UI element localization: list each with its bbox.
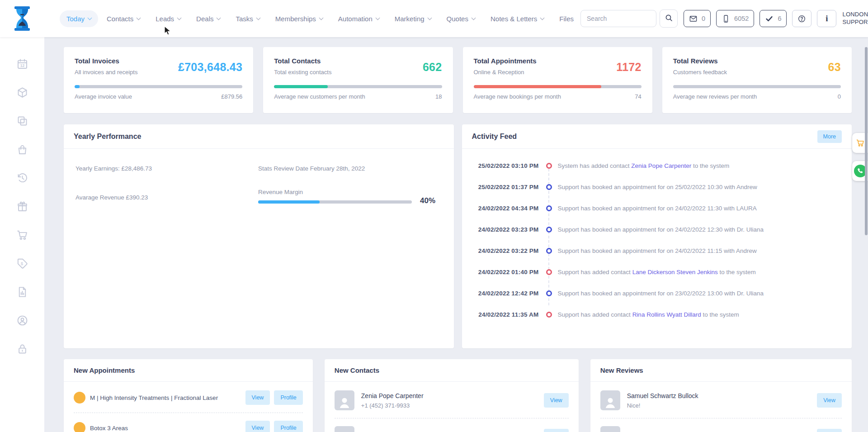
main-nav: TodayContactsLeadsDealsTasksMembershipsA… <box>60 10 580 27</box>
nav-item-label: Today <box>66 15 85 23</box>
revenue-margin-percent: 40% <box>420 196 435 205</box>
svg-text:$: $ <box>20 261 23 266</box>
sidebar-box-icon[interactable] <box>16 86 28 99</box>
search-button[interactable] <box>660 9 678 28</box>
view-button[interactable]: View <box>544 429 569 432</box>
app-logo-hourglass-icon[interactable] <box>12 6 33 31</box>
profile-button[interactable]: Profile <box>274 421 302 432</box>
feed-marker-blue-icon <box>546 205 552 211</box>
sidebar-bag-icon[interactable] <box>16 143 28 156</box>
sidebar-lock-icon[interactable] <box>16 343 28 355</box>
profile-button[interactable]: Profile <box>274 390 302 405</box>
sidebar-cart-icon[interactable] <box>16 229 28 241</box>
feed-marker-red-icon <box>546 163 552 169</box>
stat-card-total-reviews: Total Reviews Customers feedback 63 Aver… <box>662 47 852 113</box>
feed-contact-link[interactable]: Zenia Pope Carpenter <box>631 162 691 169</box>
check-icon <box>765 14 774 23</box>
nav-item-quotes[interactable]: Quotes <box>440 10 482 27</box>
person-subtext: Nice! <box>627 402 698 409</box>
feed-item-text: Support has added contact Rina Rollins W… <box>558 311 739 318</box>
revenue-margin-label: Revenue Margin <box>258 189 303 195</box>
nav-item-label: Deals <box>196 15 213 23</box>
stat-card-value: 662 <box>423 61 442 74</box>
feed-item-date: 25/02/2022 03:10 PM <box>472 162 539 169</box>
nav-item-deals[interactable]: Deals <box>189 10 227 27</box>
info-badge-button[interactable]: i <box>817 10 836 27</box>
stat-card-total-appointments: Total Appointments Online & Reception 11… <box>463 47 652 113</box>
nav-item-label: Quotes <box>447 15 468 23</box>
activity-feed-panel: Activity Feed More 25/02/2022 03:10 PM S… <box>462 124 852 348</box>
feed-item-date: 24/02/2022 11:35 AM <box>472 311 539 318</box>
nav-item-today[interactable]: Today <box>60 10 98 27</box>
search-icon <box>665 14 673 24</box>
nav-item-label: Files <box>559 15 574 23</box>
sidebar-gift-icon[interactable] <box>16 200 28 213</box>
feed-item-date: 24/02/2022 03:22 PM <box>472 247 539 254</box>
feed-item: 25/02/2022 01:37 PM Support has booked a… <box>472 176 842 198</box>
sidebar-copy-icon[interactable] <box>16 115 28 127</box>
sidebar-report-icon[interactable] <box>16 286 28 298</box>
view-button[interactable]: View <box>817 393 842 408</box>
feed-item: 24/02/2022 12:42 PM Support has booked a… <box>472 283 842 304</box>
nav-item-memberships[interactable]: Memberships <box>269 10 330 27</box>
new-reviews-title: New Reviews <box>600 366 643 374</box>
page-scrollbar[interactable] <box>865 47 868 235</box>
phone-icon <box>722 14 730 23</box>
envelope-badge-button[interactable]: 0 <box>684 10 711 27</box>
stat-card-title: Total Invoices <box>75 57 137 65</box>
feed-text-segment: Support has added contact <box>558 269 632 275</box>
feed-item-date: 24/02/2022 03:23 PM <box>472 226 539 233</box>
nav-item-marketing[interactable]: Marketing <box>388 10 438 27</box>
more-button[interactable]: More <box>817 130 842 143</box>
nav-item-notes-letters[interactable]: Notes & Letters <box>484 10 551 27</box>
feed-contact-link[interactable]: Rina Rollins Wyatt Dillard <box>632 311 701 318</box>
sidebar-price-tag-icon[interactable]: $ <box>16 257 28 270</box>
stat-card-footer-value: 18 <box>435 93 442 100</box>
feed-item-text: System has added contact Zenia Pope Carp… <box>558 162 730 169</box>
main-content: Total Invoices All invoices and receipts… <box>44 37 868 432</box>
stat-cards-row: Total Invoices All invoices and receipts… <box>64 47 852 113</box>
nav-item-label: Marketing <box>395 15 425 23</box>
search-input[interactable] <box>580 10 656 27</box>
view-button[interactable]: View <box>245 421 270 432</box>
feed-item: 24/02/2022 03:23 PM Support has booked a… <box>472 219 842 240</box>
view-button[interactable]: View <box>817 429 842 432</box>
feed-item-text: Support has booked an appointment for on… <box>558 247 757 254</box>
nav-item-tasks[interactable]: Tasks <box>229 10 266 27</box>
sidebar-calendar-icon[interactable]: 12 <box>16 58 28 70</box>
nav-item-contacts[interactable]: Contacts <box>100 10 147 27</box>
revenue-margin-progressbar <box>258 200 412 204</box>
feed-item: 24/02/2022 04:34 PM Support has booked a… <box>472 198 842 219</box>
feed-marker-blue-icon <box>546 227 552 233</box>
yearly-earnings-text: Yearly Earnings: £28,486.73 <box>75 165 152 172</box>
check-badge-button[interactable]: 6 <box>760 10 787 27</box>
feed-item-date: 25/02/2022 01:37 PM <box>472 184 539 190</box>
stat-card-footer-value: 0 <box>838 93 841 100</box>
appointment-list-item: Botox 3 Areas View Profile <box>74 413 303 432</box>
nav-item-label: Notes & Letters <box>491 15 537 23</box>
info-icon: i <box>822 14 831 23</box>
chevron-down-icon <box>472 15 476 20</box>
stat-card-progressbar <box>274 85 442 88</box>
view-button[interactable]: View <box>245 390 270 405</box>
stat-card-progressbar <box>75 85 242 88</box>
feed-contact-link[interactable]: Lane Dickerson Steven Jenkins <box>632 269 718 275</box>
stat-card-title: Total Reviews <box>673 57 727 65</box>
view-button[interactable]: View <box>544 393 569 408</box>
sidebar-user-circle-icon[interactable] <box>16 314 28 327</box>
feed-item-date: 24/02/2022 04:34 PM <box>472 205 539 212</box>
person-subtext: +1 (452) 371-9933 <box>361 402 424 409</box>
chevron-down-icon <box>540 15 545 20</box>
question-badge-button[interactable] <box>792 10 811 27</box>
nav-item-leads[interactable]: Leads <box>149 10 188 27</box>
stat-card-progressbar <box>673 85 841 88</box>
nav-item-files[interactable]: Files <box>552 10 580 27</box>
current-user-name: LONDON SUPPORT <box>842 11 868 26</box>
chevron-down-icon <box>427 15 432 20</box>
sidebar-history-icon[interactable] <box>16 172 28 184</box>
stat-card-title: Total Contacts <box>274 57 331 65</box>
phone-badge-button[interactable]: 6052 <box>716 10 754 27</box>
person-name: Zenia Pope Carpenter <box>361 392 424 399</box>
feed-text-segment: to the system <box>701 311 739 318</box>
nav-item-automation[interactable]: Automation <box>331 10 386 27</box>
